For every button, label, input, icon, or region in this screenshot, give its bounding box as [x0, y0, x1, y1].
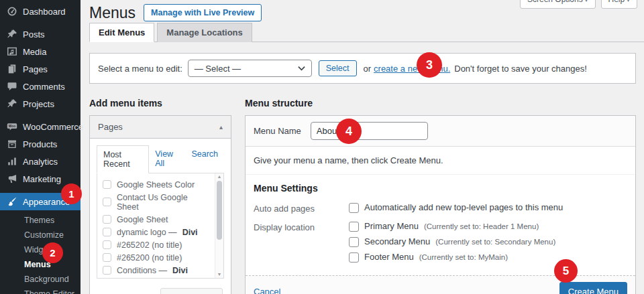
- add-menu-items-column: Add menu items Pages Most Recent View Al…: [89, 92, 231, 294]
- auto-add-pages-option-label[interactable]: Automatically add new top-level pages to…: [364, 202, 563, 213]
- page-item-label: Google Sheet: [117, 215, 168, 224]
- checkbox-icon[interactable]: [103, 215, 111, 224]
- menu-settings-heading: Menu Settings: [254, 183, 627, 194]
- auto-add-pages-row: Auto add pages Automatically add new top…: [254, 202, 627, 214]
- page-list-item[interactable]: Google Sheets Color: [103, 178, 211, 191]
- sidebar-item-products[interactable]: Products: [0, 135, 80, 153]
- tab-edit-menus[interactable]: Edit Menus: [89, 23, 154, 42]
- page-list-item[interactable]: Contact Us Google Sheet: [103, 191, 211, 213]
- page-list-item[interactable]: feature styles — Divi: [103, 277, 211, 279]
- tab-manage-locations[interactable]: Manage Locations: [157, 23, 252, 42]
- submenu-item-widgets[interactable]: Widgets: [0, 242, 80, 257]
- tab-view-all[interactable]: View All: [149, 145, 185, 173]
- pages-panel-body: Most Recent View All Search Google Sheet…: [90, 139, 231, 294]
- display-location-option-footer-menu[interactable]: Footer Menu (Currently set to: MyMain): [349, 252, 555, 263]
- comments-icon: [7, 81, 17, 92]
- checkbox-icon[interactable]: [103, 180, 111, 189]
- menu-box-footer: Cancel Create Menu: [246, 275, 635, 294]
- admin-sidebar: Dashboard Posts Media Pages Comments Pro…: [0, 0, 80, 294]
- tab-most-recent[interactable]: Most Recent: [97, 145, 149, 173]
- submenu-item-menus[interactable]: Menus: [0, 257, 80, 272]
- submenu-item-theme-editor[interactable]: Theme Editor: [0, 287, 80, 294]
- select-button[interactable]: Select: [319, 60, 357, 76]
- sidebar-menu: Dashboard Posts Media Pages Comments Pro…: [0, 3, 80, 210]
- cancel-link[interactable]: Cancel: [254, 287, 280, 294]
- checkbox-icon[interactable]: [103, 198, 111, 206]
- menu-name-input[interactable]: [311, 122, 428, 140]
- menu-name-label: Menu Name: [254, 126, 301, 136]
- page-list-item[interactable]: Conditions — Divi: [103, 264, 211, 277]
- add-menu-items-heading: Add menu items: [89, 98, 231, 108]
- menu-select-dropdown[interactable]: — Select —: [188, 60, 312, 77]
- live-preview-button[interactable]: Manage with Live Preview: [144, 4, 262, 21]
- page-list-item[interactable]: Google Sheet: [103, 213, 211, 226]
- location-note: (Currently set to: MyMain): [419, 252, 508, 263]
- location-label[interactable]: Footer Menu: [364, 252, 414, 263]
- media-icon: [7, 46, 17, 57]
- step-badge-4: 4: [336, 119, 362, 144]
- pages-panel: Pages Most Recent View All Search Google…: [89, 115, 231, 294]
- create-menu-button[interactable]: Create Menu: [559, 282, 627, 294]
- save-changes-note: Don't forget to save your changes!: [454, 64, 587, 74]
- screen-meta-links: Screen Options Help: [520, 0, 637, 9]
- collapse-arrow-icon[interactable]: [219, 123, 223, 131]
- checkbox-icon[interactable]: [349, 203, 359, 213]
- location-label[interactable]: Primary Menu: [364, 221, 419, 232]
- menu-structure-column: Menu structure Menu Name Give your menu …: [245, 92, 636, 294]
- submenu-item-themes[interactable]: Themes: [0, 213, 80, 228]
- menu-structure-heading: Menu structure: [245, 98, 636, 108]
- sidebar-item-comments[interactable]: Comments: [0, 78, 80, 95]
- appearance-submenu: ThemesCustomizeWidgetsMenusBackgroundThe…: [0, 213, 80, 294]
- page-item-label: Google Sheets Color: [117, 180, 195, 190]
- display-location-option-secondary-menu[interactable]: Secondary Menu (Currently set to: Second…: [349, 236, 555, 247]
- page-item-label: Conditions —: [117, 266, 167, 275]
- scroll-up-icon[interactable]: [215, 173, 223, 180]
- checkbox-icon[interactable]: [349, 252, 359, 263]
- sidebar-item-projects[interactable]: Projects: [0, 95, 80, 113]
- page-list-item[interactable]: #265200 (no title): [103, 251, 211, 264]
- step-badge-1: 1: [61, 183, 82, 204]
- woocommerce-icon: Woo: [7, 121, 17, 132]
- select-menu-label: Select a menu to edit:: [98, 64, 182, 74]
- sidebar-item-dashboard[interactable]: Dashboard: [0, 3, 80, 20]
- checkbox-icon[interactable]: [349, 222, 359, 232]
- pages-checklist: Google Sheets Color Contact Us Google Sh…: [97, 173, 224, 279]
- pages-panel-header[interactable]: Pages: [90, 116, 231, 139]
- sidebar-item-media[interactable]: Media: [0, 43, 80, 60]
- scrollbar-thumb[interactable]: [217, 181, 222, 240]
- page-title: Menus: [89, 3, 136, 22]
- checkbox-icon[interactable]: [103, 240, 111, 249]
- auto-add-pages-label: Auto add pages: [254, 202, 349, 214]
- tab-search[interactable]: Search: [185, 145, 224, 173]
- submenu-item-customize[interactable]: Customize: [0, 228, 80, 242]
- help-button[interactable]: Help: [601, 0, 638, 9]
- page-item-label: dynamic logo —: [117, 228, 177, 237]
- page-list-item[interactable]: #265202 (no title): [103, 238, 211, 251]
- checkbox-icon[interactable]: [103, 253, 111, 262]
- menu-settings-section: Menu Settings Auto add pages Automatical…: [246, 175, 635, 275]
- checkbox-icon[interactable]: [103, 266, 111, 275]
- page-list-item[interactable]: dynamic logo — Divi: [103, 226, 211, 238]
- sidebar-item-woocommerce[interactable]: Woo WooCommerce: [0, 118, 80, 135]
- sidebar-item-posts[interactable]: Posts: [0, 25, 80, 43]
- auto-add-pages-option[interactable]: Automatically add new top-level pages to…: [349, 202, 563, 213]
- svg-text:Woo: Woo: [9, 125, 15, 128]
- scroll-down-icon[interactable]: [215, 271, 223, 278]
- add-to-menu-button[interactable]: Add to Menu: [160, 288, 223, 294]
- screen-options-button[interactable]: Screen Options: [520, 0, 596, 9]
- checkbox-icon[interactable]: [349, 237, 359, 247]
- sidebar-item-analytics[interactable]: Analytics: [0, 153, 80, 170]
- display-location-option-primary-menu[interactable]: Primary Menu (Currently set to: Header 1…: [349, 221, 555, 232]
- checkbox-icon[interactable]: [103, 228, 111, 236]
- page-item-label: #265202 (no title): [117, 240, 182, 250]
- location-label[interactable]: Secondary Menu: [364, 236, 430, 247]
- scrollbar[interactable]: [215, 173, 223, 278]
- step-badge-2: 2: [42, 242, 63, 263]
- sidebar-item-pages[interactable]: Pages: [0, 60, 80, 78]
- submenu-item-background[interactable]: Background: [0, 272, 80, 287]
- pushpin-icon: [7, 98, 17, 109]
- products-icon: [7, 139, 17, 149]
- nav-tabs: Edit Menus Manage Locations: [89, 23, 644, 42]
- location-note: (Currently set to: Header 1 Menu): [424, 221, 539, 232]
- display-location-row: Display location Primary Menu (Currently…: [254, 221, 627, 263]
